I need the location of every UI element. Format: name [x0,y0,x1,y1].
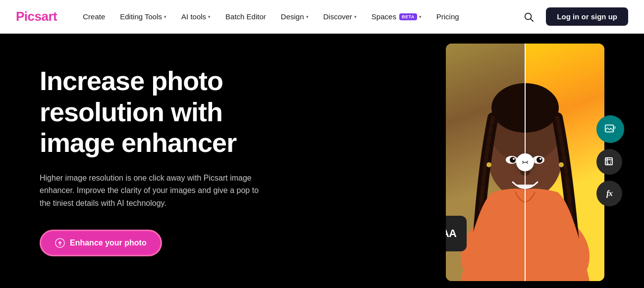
chevron-down-icon: ▾ [306,14,309,19]
crop-tool-button[interactable] [596,149,622,175]
chevron-down-icon: ▾ [419,14,422,19]
nav-right: Log in or sign up [519,7,628,26]
svg-point-20 [559,162,564,167]
photo-frame: AA [446,44,604,281]
aa-badge: AA [446,216,467,251]
tool-buttons: AI fx [596,115,624,206]
nav-item-discover[interactable]: Discover ▾ [318,8,363,25]
svg-line-1 [531,19,533,21]
svg-text:AI: AI [613,126,616,129]
beta-badge: BETA [399,13,417,20]
logo[interactable]: Picsart [16,9,57,24]
nav-item-pricing[interactable]: Pricing [430,8,465,25]
aa-text: AA [446,227,456,240]
nav-item-spaces[interactable]: Spaces BETA ▾ [366,8,428,25]
search-icon [523,11,534,22]
nav-item-batch-editor[interactable]: Batch Editor [219,8,272,25]
photo-composite: AA [446,44,604,281]
ai-image-tool-button[interactable]: AI [596,115,624,143]
crop-icon [603,156,615,168]
chevron-down-icon: ▾ [164,14,166,19]
fx-tool-button[interactable]: fx [596,181,622,206]
ai-image-icon: AI [604,123,617,136]
fx-label: fx [606,189,612,198]
nav-item-ai-tools[interactable]: AI tools ▾ [175,8,216,25]
login-button[interactable]: Log in or sign up [546,7,628,26]
svg-point-15 [537,157,542,163]
navbar: Picsart Create Editing Tools ▾ AI tools … [0,0,644,34]
enhance-photo-button[interactable]: Enhance your photo [40,230,162,256]
svg-point-19 [486,162,491,167]
svg-rect-23 [605,158,612,165]
nav-item-design[interactable]: Design ▾ [275,8,315,25]
svg-point-16 [513,158,515,160]
nav-item-editing-tools[interactable]: Editing Tools ▾ [114,8,172,25]
nav-item-create[interactable]: Create [77,8,111,25]
svg-point-17 [539,158,541,160]
chevron-down-icon: ▾ [208,14,211,19]
hero-section: Increase photo resolution with image enh… [0,34,644,288]
hero-left: Increase photo resolution with image enh… [0,34,297,288]
upload-icon [55,238,65,248]
chevron-down-icon: ▾ [354,14,357,19]
search-button[interactable] [519,7,538,26]
hero-right: AA AI fx [297,34,644,288]
logo-text: Picsart [16,9,57,24]
hero-title: Increase photo resolution with image enh… [40,65,268,157]
svg-point-14 [510,157,516,163]
split-handle[interactable] [516,153,534,171]
hero-subtitle: Higher image resolution is one click awa… [40,172,268,210]
nav-links: Create Editing Tools ▾ AI tools ▾ Batch … [77,8,519,25]
split-arrows-icon [521,158,530,167]
